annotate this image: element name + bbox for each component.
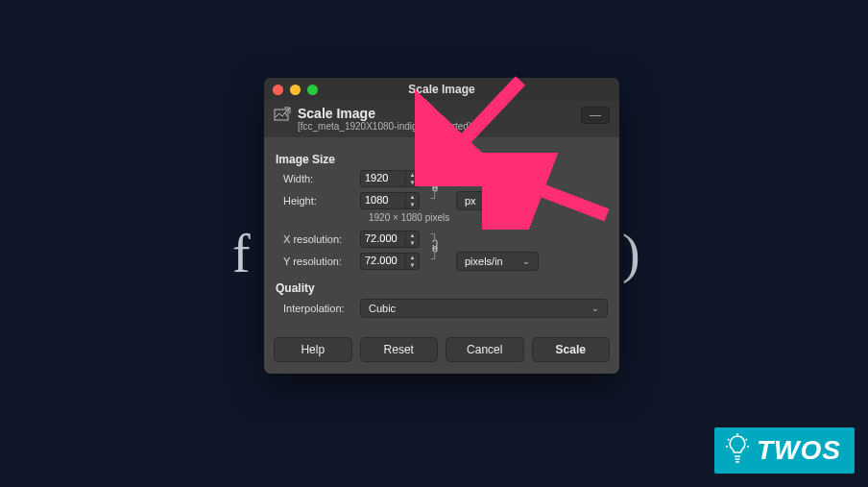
scale-image-dialog: Scale Image Scale Image [fcc_meta_1920X1… <box>264 78 619 374</box>
arrow-up-icon[interactable]: ▲ <box>406 193 419 201</box>
dialog-header: Scale Image [fcc_meta_1920X1080-indigo] … <box>264 101 619 137</box>
arrow-up-icon[interactable]: ▲ <box>406 231 419 239</box>
bracket-icon: ┐ <box>431 229 439 238</box>
arrow-down-icon[interactable]: ▼ <box>406 239 419 247</box>
chain-link-icon <box>429 178 441 193</box>
interpolation-value: Cubic <box>369 303 396 314</box>
dialog-heading: Scale Image <box>298 107 574 121</box>
twos-watermark: TWOS <box>714 427 855 474</box>
image-size-label: Image Size <box>276 153 608 166</box>
bracket-icon: ┐ <box>431 168 439 178</box>
interpolation-dropdown[interactable]: Cubic ⌄ <box>360 299 608 318</box>
dimensions-hint: 1920 × 1080 pixels <box>369 212 608 223</box>
scale-button[interactable]: Scale <box>532 337 611 362</box>
collapse-button[interactable]: — <box>581 107 610 124</box>
link-dimensions-toggle[interactable]: ┐ ┘ <box>429 168 441 210</box>
window-title: Scale Image <box>264 83 619 96</box>
arrow-down-icon[interactable]: ▼ <box>406 261 419 269</box>
width-input[interactable]: 1920 ▲▼ <box>360 170 420 187</box>
y-resolution-stepper[interactable]: ▲▼ <box>405 254 419 269</box>
height-label: Height: <box>276 195 360 207</box>
bracket-icon: ┘ <box>431 193 439 203</box>
interpolation-label: Interpolation: <box>276 303 360 314</box>
titlebar[interactable]: Scale Image <box>264 78 619 101</box>
height-stepper[interactable]: ▲▼ <box>405 193 419 208</box>
twos-text: TWOS <box>757 435 841 466</box>
arrow-down-icon[interactable]: ▼ <box>406 179 419 186</box>
resolution-unit-value: pixels/in <box>465 256 503 267</box>
lightbulb-icon <box>724 433 751 468</box>
arrow-down-icon[interactable]: ▼ <box>406 201 419 208</box>
bracket-icon: ┘ <box>431 254 439 263</box>
dialog-subheading: [fcc_meta_1920X1080-indigo] (imported) <box>298 121 574 132</box>
chevron-down-icon: ⌄ <box>490 196 497 206</box>
reset-button[interactable]: Reset <box>360 337 439 362</box>
arrow-up-icon[interactable]: ▲ <box>406 254 419 261</box>
chevron-down-icon: ⌄ <box>591 304 599 313</box>
width-label: Width: <box>276 173 360 184</box>
chevron-down-icon: ⌄ <box>522 256 530 266</box>
size-unit-dropdown[interactable]: px ⌄ <box>456 191 506 210</box>
dialog-footer: Help Reset Cancel Scale <box>264 329 619 374</box>
chain-link-icon <box>429 238 441 254</box>
x-resolution-value[interactable]: 72.000 <box>361 231 405 247</box>
arrow-up-icon[interactable]: ▲ <box>406 171 419 179</box>
link-resolution-toggle[interactable]: ┐ ┘ <box>429 229 441 269</box>
background-paren: ) <box>622 223 640 284</box>
y-resolution-input[interactable]: 72.000 ▲▼ <box>360 253 420 270</box>
background-letter-f: f <box>232 223 251 284</box>
help-button[interactable]: Help <box>274 337 352 362</box>
quality-label: Quality <box>276 281 608 295</box>
y-resolution-value[interactable]: 72.000 <box>361 254 405 269</box>
height-input[interactable]: 1080 ▲▼ <box>360 192 420 209</box>
width-stepper[interactable]: ▲▼ <box>405 171 419 186</box>
scale-image-icon <box>274 107 291 124</box>
resolution-unit-dropdown[interactable]: pixels/in ⌄ <box>456 252 539 271</box>
x-resolution-input[interactable]: 72.000 ▲▼ <box>360 231 420 248</box>
width-value[interactable]: 1920 <box>361 171 405 186</box>
height-value[interactable]: 1080 <box>361 193 405 208</box>
y-resolution-label: Y resolution: <box>276 256 360 267</box>
x-resolution-stepper[interactable]: ▲▼ <box>405 231 419 247</box>
x-resolution-label: X resolution: <box>276 233 360 245</box>
cancel-button[interactable]: Cancel <box>446 337 524 362</box>
size-unit-value: px <box>465 195 476 207</box>
